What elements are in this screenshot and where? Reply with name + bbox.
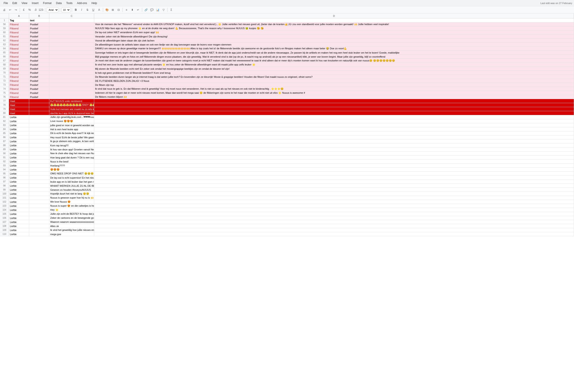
cell-tag[interactable]: Haat — [9, 103, 29, 107]
cell-text-long[interactable]: Sommige hebben er iets tegen dat er bewe… — [94, 51, 574, 55]
cell-text-short[interactable]: Hey nuus! Echt de beste jullie! We gaan … — [49, 135, 94, 139]
cell-text-long[interactable] — [94, 216, 574, 220]
more-formats-button[interactable]: 123· — [39, 7, 44, 12]
cell-sentiment[interactable]: Positief — [29, 59, 49, 62]
cell-tag[interactable]: Liefde — [9, 200, 29, 204]
cell-text-short[interactable] — [49, 55, 94, 59]
cell-text-long[interactable] — [94, 172, 574, 176]
cell-text-short[interactable]: KuT NUUUS voile neckbeerd — [49, 99, 94, 103]
cell-sentiment[interactable]: Positief — [29, 30, 49, 34]
cell-text-short[interactable] — [49, 75, 94, 79]
header-cell-b[interactable]: text — [29, 18, 49, 22]
font-color-button[interactable]: A — [97, 7, 102, 12]
currency-button[interactable]: £ — [21, 7, 26, 12]
cell-sentiment[interactable] — [29, 216, 49, 220]
cell-sentiment[interactable] — [29, 212, 49, 216]
cell-sentiment[interactable] — [29, 224, 49, 228]
menu-insert[interactable]: Insert — [30, 1, 40, 5]
cell-sentiment[interactable] — [29, 176, 49, 179]
cell-text-long[interactable] — [94, 192, 574, 196]
percent-button[interactable]: % — [27, 7, 32, 12]
menu-edit[interactable]: Edit — [11, 1, 19, 5]
cell-text-long[interactable] — [94, 212, 574, 216]
cell-text-short[interactable]: slechte ku.t app HLN is duizend keer bet… — [49, 111, 94, 115]
cell-sentiment[interactable] — [29, 135, 49, 139]
cell-sentiment[interactable] — [29, 192, 49, 196]
cell-text-short[interactable]: leuke app en is idd leuker dan het gwn n… — [49, 180, 94, 184]
cell-text-short[interactable] — [49, 22, 94, 26]
cell-text-short[interactable]: Het is een heel leuke app — [49, 127, 94, 131]
cell-tag[interactable]: Liefde — [9, 208, 29, 212]
cell-tag[interactable]: Liefde — [9, 135, 29, 139]
cell-sentiment[interactable]: Positief — [29, 79, 49, 83]
cell-text-short[interactable] — [49, 95, 94, 99]
cell-text-long[interactable] — [94, 99, 574, 103]
cell-text-short[interactable]: Jullie zijn echt de BESTE!! Ik hoop dat … — [49, 212, 94, 216]
cell-tag[interactable]: Haat — [9, 99, 29, 103]
cell-text-short[interactable] — [49, 87, 94, 91]
cell-text-short[interactable]: De lay-out is echt supernice! En het nie… — [49, 176, 94, 179]
cell-text-long[interactable] — [94, 200, 574, 204]
cell-text-short[interactable]: Love nuuus 😍😍😍 — [49, 119, 94, 123]
cell-tag[interactable]: Liefde — [9, 188, 29, 192]
cell-text-short[interactable]: mega goe — [49, 232, 94, 236]
font-size-selector[interactable]: 10 — [62, 7, 70, 12]
cell-text-short[interactable]: Dit is echt de beste App ever!!! Ik kijk… — [49, 131, 94, 135]
cell-sentiment[interactable] — [29, 115, 49, 119]
cell-text-short[interactable]: Gewoon zo houden #loveyouNUUUS — [49, 188, 94, 192]
italic-button[interactable]: I — [79, 7, 84, 12]
cell-sentiment[interactable]: Positief — [29, 87, 49, 91]
cell-text-short[interactable] — [49, 30, 94, 34]
menu-tools[interactable]: Tools — [64, 1, 74, 5]
menu-help[interactable]: Help — [90, 1, 99, 5]
cell-text-long[interactable]: Blijf grappige memes en gifs en fotos en… — [94, 55, 574, 59]
cell-sentiment[interactable]: Positief — [29, 35, 49, 38]
cell-tag[interactable]: Flitsend — [9, 95, 29, 99]
cell-tag[interactable]: Flitsend — [9, 59, 29, 62]
cell-tag[interactable]: Flitsend — [9, 55, 29, 59]
col-header-b[interactable]: B — [29, 13, 49, 18]
bold-button[interactable]: B — [73, 7, 78, 12]
font-selector[interactable]: Arial — [47, 7, 59, 12]
header-cell-c[interactable] — [49, 18, 94, 22]
merge-button[interactable]: ⊡ — [116, 7, 121, 12]
cell-tag[interactable]: Liefde — [9, 123, 29, 127]
cell-text-short[interactable]: Jullie zijn geweldig,leuk,cool...!❤❤❤nuu… — [49, 115, 94, 119]
cell-tag[interactable]: Liefde — [9, 224, 29, 228]
cell-text-long[interactable] — [94, 188, 574, 192]
cell-sentiment[interactable] — [29, 232, 49, 236]
cell-text-long[interactable] — [94, 103, 574, 107]
redo-button[interactable]: ↪ — [13, 7, 18, 12]
menu-data[interactable]: Data — [54, 1, 63, 5]
cell-sentiment[interactable] — [29, 147, 49, 151]
cell-tag[interactable]: Flitsend — [9, 35, 29, 38]
cell-text-long[interactable]: Mij storen de flitsende beelden echt nie… — [94, 67, 574, 71]
cell-sentiment[interactable] — [29, 164, 49, 167]
cell-sentiment[interactable]: Positief — [29, 91, 49, 95]
cell-text-long[interactable]: DANKU om nieuws op deze geweldige manier… — [94, 47, 574, 50]
cell-tag[interactable]: Flitsend — [9, 26, 29, 30]
cell-text-short[interactable]: Ik hou van deze app! Groeten vanuit Nede… — [49, 147, 94, 151]
cell-sentiment[interactable]: Positief — [29, 95, 49, 99]
cell-text-long[interactable]: De flitsen zijn top — [94, 83, 574, 87]
cell-text-long[interactable] — [94, 123, 574, 127]
cell-text-long[interactable] — [94, 232, 574, 236]
cell-text-short[interactable]: Zeker de cartoons en de bewegende grappi… — [49, 216, 94, 220]
cell-tag[interactable]: Flitsend — [9, 79, 29, 83]
cell-tag[interactable]: Flitsend — [9, 51, 29, 55]
cell-sentiment[interactable]: Positief — [29, 63, 49, 67]
cell-tag[interactable]: Liefde — [9, 228, 29, 232]
cell-tag[interactable]: Liefde — [9, 131, 29, 135]
cell-tag[interactable]: Liefde — [9, 115, 29, 119]
cell-text-short[interactable] — [49, 71, 94, 75]
cell-sentiment[interactable]: Positief — [29, 39, 49, 42]
cell-text-long[interactable] — [94, 164, 574, 167]
cell-sentiment[interactable] — [29, 119, 49, 123]
valign-button[interactable]: ⬍ — [130, 7, 135, 12]
cell-text-short[interactable] — [49, 39, 94, 42]
cell-text-long[interactable] — [94, 119, 574, 123]
cell-tag[interactable]: Liefde — [9, 152, 29, 155]
cell-tag[interactable]: Liefde — [9, 147, 29, 151]
cell-tag[interactable]: Haat — [9, 107, 29, 111]
cell-tag[interactable]: Liefde — [9, 204, 29, 208]
